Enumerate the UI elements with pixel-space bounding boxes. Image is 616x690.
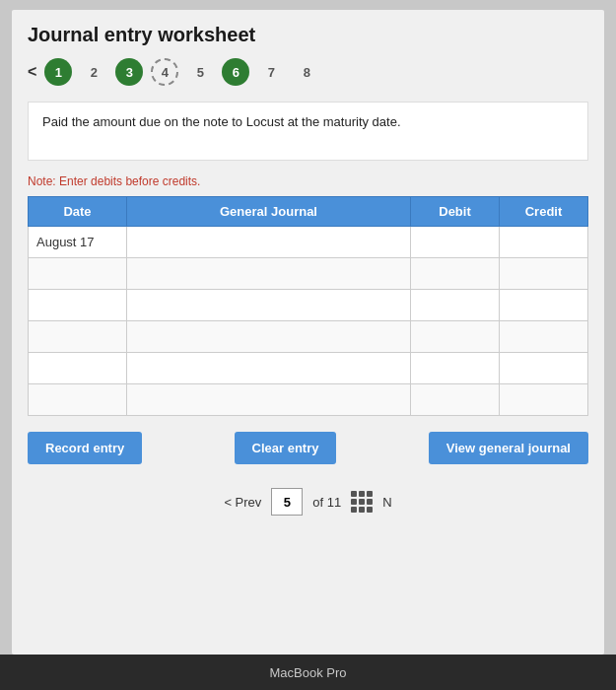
prev-button[interactable]: < Prev	[224, 495, 261, 510]
next-button[interactable]: N	[382, 495, 391, 510]
total-pages: of 11	[312, 495, 341, 510]
nav-step-7[interactable]: 7	[257, 58, 285, 86]
cell-credit-3[interactable]	[500, 290, 588, 321]
cell-debit-2[interactable]	[411, 258, 500, 290]
col-header-date: Date	[29, 197, 127, 227]
cell-debit-3[interactable]	[411, 290, 500, 321]
cell-debit-6[interactable]	[411, 384, 500, 416]
col-header-journal: General Journal	[127, 197, 411, 227]
cell-debit-5[interactable]	[411, 353, 500, 384]
journal-table: Date General Journal Debit Credit August…	[28, 196, 588, 416]
cell-journal-4[interactable]	[127, 321, 411, 353]
nav-prev-arrow[interactable]: <	[28, 63, 36, 81]
cell-date-4	[29, 321, 127, 353]
cell-date-1: August 17	[29, 227, 127, 258]
cell-credit-2[interactable]	[500, 258, 588, 290]
cell-date-6	[29, 384, 127, 416]
nav-step-4[interactable]: 4	[151, 58, 178, 86]
cell-journal-2[interactable]	[127, 258, 411, 290]
action-buttons: Record entry Clear entry View general jo…	[28, 432, 588, 464]
cell-journal-3[interactable]	[127, 290, 411, 321]
table-row	[29, 290, 588, 321]
nav-step-5[interactable]: 5	[186, 58, 214, 86]
nav-step-6[interactable]: 6	[222, 58, 249, 86]
cell-debit-4[interactable]	[411, 321, 500, 353]
table-row	[29, 321, 588, 353]
nav-step-1[interactable]: 1	[44, 58, 72, 86]
view-general-journal-button[interactable]: View general journal	[429, 432, 588, 464]
cell-date-5	[29, 353, 127, 384]
macbook-label: MacBook Pro	[269, 665, 346, 680]
page-number-input[interactable]	[271, 488, 303, 516]
nav-step-2[interactable]: 2	[80, 58, 107, 86]
grid-view-icon[interactable]	[351, 491, 373, 513]
cell-credit-5[interactable]	[500, 353, 588, 384]
cell-debit-1[interactable]	[411, 227, 500, 258]
table-row: August 17	[29, 227, 588, 258]
table-row	[29, 258, 588, 290]
description-text: Paid the amount due on the note to Locus…	[28, 102, 588, 161]
cell-journal-1[interactable]	[127, 227, 411, 258]
step-navigation: < 1 2 3 4 5 6 7 8	[28, 58, 588, 86]
cell-journal-6[interactable]	[127, 384, 411, 416]
col-header-credit: Credit	[500, 197, 588, 227]
cell-date-2	[29, 258, 127, 290]
nav-step-3[interactable]: 3	[115, 58, 143, 86]
clear-entry-button[interactable]: Clear entry	[235, 432, 337, 464]
macbook-bar: MacBook Pro	[0, 655, 616, 690]
cell-credit-1[interactable]	[500, 227, 588, 258]
page-title: Journal entry worksheet	[28, 24, 588, 46]
nav-step-8[interactable]: 8	[293, 58, 320, 86]
cell-date-3	[29, 290, 127, 321]
pagination: < Prev of 11 N	[28, 488, 588, 516]
cell-credit-6[interactable]	[500, 384, 588, 416]
note-text: Note: Enter debits before credits.	[28, 174, 588, 188]
cell-journal-5[interactable]	[127, 353, 411, 384]
record-entry-button[interactable]: Record entry	[28, 432, 142, 464]
table-row	[29, 384, 588, 416]
col-header-debit: Debit	[411, 197, 500, 227]
cell-credit-4[interactable]	[500, 321, 588, 353]
table-row	[29, 353, 588, 384]
